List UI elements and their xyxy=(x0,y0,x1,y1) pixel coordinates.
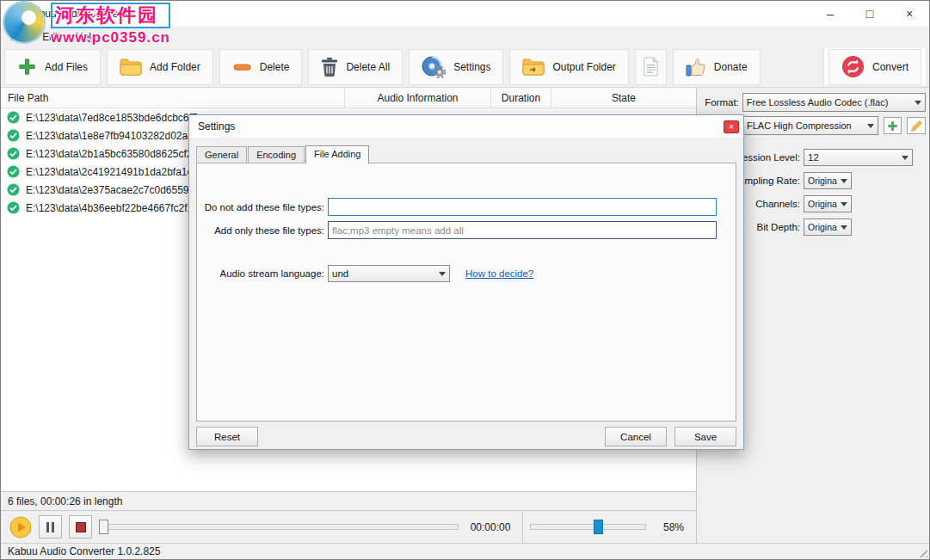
check-circle-icon xyxy=(7,111,20,124)
format-select[interactable]: Free Lossless Audio Codec (.flac) xyxy=(742,93,926,112)
minimize-button[interactable]: – xyxy=(810,1,850,27)
cancel-button[interactable]: Cancel xyxy=(605,427,667,446)
plus-icon xyxy=(887,120,898,132)
thumbs-up-icon xyxy=(686,57,706,77)
reset-button[interactable]: Reset xyxy=(196,427,258,446)
convert-area: Convert xyxy=(823,48,926,85)
seek-slider[interactable] xyxy=(99,520,459,534)
dialog-tabs: General Encoding File Adding xyxy=(196,146,736,163)
maximize-icon: □ xyxy=(866,7,873,21)
statusbar: Kabuu Audio Converter 1.0.2.825 xyxy=(1,543,929,559)
add-preset-button[interactable] xyxy=(884,117,902,134)
output-folder-icon xyxy=(522,58,545,76)
file-path: E:\123\data\1e8e7fb94103282d02a4b xyxy=(26,130,200,142)
resize-grip-icon[interactable] xyxy=(916,546,927,557)
file-adding-tab-panel: Do not add these file types: Add only th… xyxy=(196,163,736,422)
chevron-down-icon xyxy=(841,225,847,230)
add-only-label: Add only these file types: xyxy=(197,225,324,236)
stop-icon xyxy=(76,522,86,532)
document-icon xyxy=(643,57,659,77)
convert-button[interactable]: Convert xyxy=(828,49,921,85)
volume-thumb[interactable] xyxy=(594,520,603,534)
watermark-site-name: 河东软件园 xyxy=(51,3,170,28)
add-folder-button[interactable]: Add Folder xyxy=(107,49,213,85)
elapsed-time: 00:00:00 xyxy=(465,521,515,533)
chevron-down-icon xyxy=(841,202,847,206)
channels-select[interactable]: Original xyxy=(804,195,852,212)
seek-thumb[interactable] xyxy=(99,520,108,534)
folder-plus-icon xyxy=(120,58,142,76)
watermark: 河东软件园 www.pc0359.cn xyxy=(4,3,170,46)
check-circle-icon xyxy=(7,147,20,160)
play-button[interactable] xyxy=(9,516,32,538)
tab-file-adding[interactable]: File Adding xyxy=(305,145,369,163)
tab-encoding[interactable]: Encoding xyxy=(248,146,305,163)
log-button[interactable] xyxy=(635,49,667,85)
format-label: Format: xyxy=(704,97,739,108)
add-files-button[interactable]: Add Files xyxy=(4,49,101,85)
volume-track[interactable] xyxy=(530,524,646,530)
file-list-header: File Path Audio Information Duration Sta… xyxy=(1,88,696,108)
bit-depth-select[interactable]: Original xyxy=(804,218,852,236)
add-only-input[interactable] xyxy=(328,221,717,239)
maximize-button[interactable]: □ xyxy=(850,1,890,27)
output-folder-button[interactable]: Output Folder xyxy=(509,49,628,85)
edit-preset-button[interactable] xyxy=(907,117,926,134)
stop-button[interactable] xyxy=(69,515,92,538)
player-divider xyxy=(522,511,523,543)
file-path: E:\123\data\2b1a5bc63580d8625cf24 xyxy=(26,148,198,160)
player-bar: 00:00:00 58% xyxy=(1,510,696,543)
delete-all-button[interactable]: Delete All xyxy=(308,49,403,85)
do-not-add-label: Do not add these file types: xyxy=(197,202,324,212)
save-button[interactable]: Save xyxy=(674,427,736,446)
tab-general[interactable]: General xyxy=(196,146,247,163)
compression-level-select[interactable]: 12 xyxy=(804,149,913,166)
dialog-buttons: Reset Cancel Save xyxy=(196,427,736,446)
delete-button[interactable]: Delete xyxy=(219,49,303,85)
donate-button[interactable]: Donate xyxy=(673,49,761,85)
volume-percent: 58% xyxy=(653,521,687,533)
settings-dialog: Settings × General Encoding File Adding … xyxy=(188,114,744,450)
settings-button[interactable]: Settings xyxy=(409,49,503,85)
minus-icon xyxy=(232,57,252,77)
pencil-icon xyxy=(910,120,923,132)
check-circle-icon xyxy=(7,129,20,142)
how-to-decide-link[interactable]: How to decide? xyxy=(465,268,533,279)
preset-select[interactable]: FLAC High Compression xyxy=(742,116,878,135)
chevron-down-icon xyxy=(902,156,908,160)
chevron-down-icon xyxy=(439,272,446,276)
files-summary: 6 files, 00:00:26 in length xyxy=(1,491,696,510)
chevron-down-icon xyxy=(841,179,847,183)
sampling-rate-select[interactable]: Original xyxy=(804,172,852,189)
check-circle-icon xyxy=(7,165,20,178)
column-duration[interactable]: Duration xyxy=(491,88,551,108)
column-state[interactable]: State xyxy=(551,88,696,108)
minimize-icon: – xyxy=(827,7,834,21)
pause-button[interactable] xyxy=(39,515,62,538)
file-path: E:\123\data\7ed8ce1853bde6dcbc6f7 xyxy=(26,112,198,124)
convert-icon xyxy=(841,55,865,78)
audio-stream-language-label: Audio stream language: xyxy=(197,268,324,279)
plus-icon xyxy=(17,57,37,77)
app-window: Kabuu Audio Converter – □ × File Edit He… xyxy=(0,0,930,560)
volume-slider[interactable] xyxy=(530,520,646,534)
check-circle-icon xyxy=(7,183,20,196)
watermark-url: www.pc0359.cn xyxy=(51,29,170,46)
column-audio-information[interactable]: Audio Information xyxy=(345,88,491,108)
close-button[interactable]: × xyxy=(890,1,929,27)
audio-stream-language-select[interactable]: und xyxy=(328,265,450,282)
do-not-add-input[interactable] xyxy=(328,198,717,216)
file-path: E:\123\data\2e375acae2c7c0d655935 xyxy=(26,184,200,196)
dialog-titlebar: Settings × xyxy=(189,115,743,138)
seek-track[interactable] xyxy=(99,524,459,530)
trash-icon xyxy=(321,57,338,77)
chevron-down-icon xyxy=(915,101,921,105)
toolbar: Add Files Add Folder Delete Delete All xyxy=(1,46,929,88)
column-file-path[interactable]: File Path xyxy=(1,88,345,108)
dialog-close-button[interactable]: × xyxy=(724,120,739,133)
file-path: E:\123\data\4b36eebf22be4667fc2f1 xyxy=(26,202,193,214)
file-path: E:\123\data\2c41921491b1da2bfa1eb xyxy=(26,166,199,178)
watermark-logo-icon xyxy=(4,3,44,42)
disc-gear-icon xyxy=(422,56,446,78)
pause-icon xyxy=(46,522,54,532)
